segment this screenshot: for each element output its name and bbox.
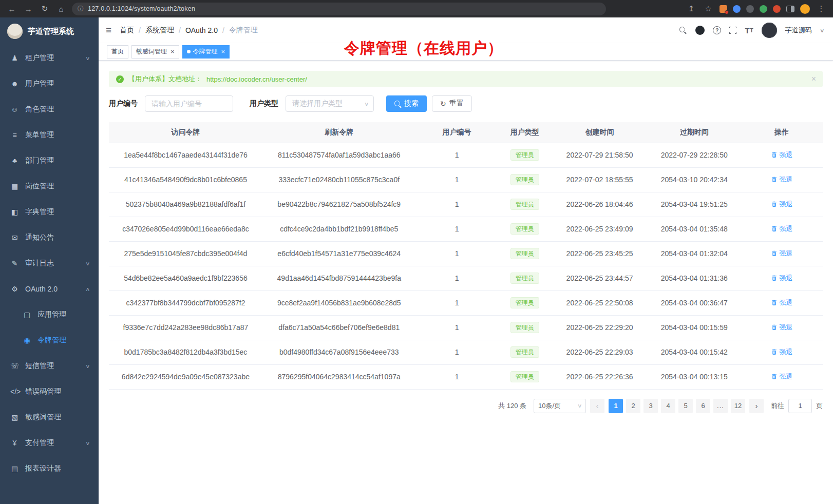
breadcrumb-item[interactable]: 首页 xyxy=(120,26,134,35)
sidebar-item-label: 用户管理 xyxy=(25,79,89,88)
goto-page-input[interactable] xyxy=(788,399,812,413)
app-icon: ▢ xyxy=(23,311,31,319)
page-button-2[interactable]: 2 xyxy=(626,399,640,413)
docs-link[interactable]: https://doc.iocoder.cn/user-center/ xyxy=(206,75,307,83)
user-id-cell: 1 xyxy=(416,290,498,315)
app-logo[interactable]: 芋道管理系统 xyxy=(0,17,99,45)
sidebar-item-pay[interactable]: ¥ 支付管理 ∨ xyxy=(0,430,99,456)
force-logout-button[interactable]: 强退 xyxy=(771,274,793,283)
close-icon[interactable]: × xyxy=(221,48,225,55)
sidebar-item-dict[interactable]: ◧ 字典管理 xyxy=(0,199,99,225)
total-count: 共 120 条 xyxy=(498,401,526,411)
force-logout-button[interactable]: 强退 xyxy=(771,200,793,209)
page-button-6[interactable]: 6 xyxy=(696,399,710,413)
sidebar-item-token[interactable]: ◉ 令牌管理 xyxy=(0,327,99,353)
menu-list-icon: ≡ xyxy=(10,131,19,139)
extension-icon[interactable] xyxy=(746,5,754,13)
page-button-1[interactable]: 1 xyxy=(609,399,623,413)
created-time-cell: 2022-07-02 18:55:55 xyxy=(552,167,648,192)
page-button-5[interactable]: 5 xyxy=(678,399,693,413)
tab-item[interactable]: 令牌管理 × xyxy=(182,45,230,59)
sidebar-item-sensitive[interactable]: ▧ 敏感词管理 xyxy=(0,404,99,430)
url-bar[interactable]: ⓘ 127.0.0.1:1024/system/oauth2/token xyxy=(72,3,606,15)
reload-button[interactable]: ↻ xyxy=(39,4,50,13)
extension-icon[interactable] xyxy=(773,5,781,13)
chevron-down-icon[interactable]: ∨ xyxy=(820,28,825,33)
github-icon[interactable] xyxy=(695,26,705,35)
page-button-3[interactable]: 3 xyxy=(643,399,658,413)
force-logout-button[interactable]: 强退 xyxy=(771,175,793,184)
forward-button[interactable]: → xyxy=(23,5,34,13)
home-button[interactable]: ⌂ xyxy=(55,5,67,13)
sidebar-item-menu[interactable]: ≡ 菜单管理 xyxy=(0,122,99,148)
breadcrumb-item[interactable]: 系统管理 xyxy=(145,26,174,35)
sidebar-item-label: 部门管理 xyxy=(25,156,89,165)
page-button-12[interactable]: 12 xyxy=(731,399,745,413)
browser-menu-icon[interactable]: ⋮ xyxy=(816,4,827,13)
back-button[interactable]: ← xyxy=(6,5,17,13)
breadcrumb-separator: / xyxy=(179,26,181,34)
sidebar-item-oauth-app[interactable]: ▢ 应用管理 xyxy=(0,302,99,327)
user-id-cell: 1 xyxy=(416,143,498,167)
force-logout-button[interactable]: 强退 xyxy=(771,224,793,234)
force-logout-label: 强退 xyxy=(780,175,793,184)
sidebar-item-tenant[interactable]: ♟ 租户管理 ∨ xyxy=(0,45,99,71)
search-icon[interactable] xyxy=(679,27,687,34)
expire-time-cell: 2054-03-04 00:13:15 xyxy=(648,364,741,389)
user-type-cell: 管理员 xyxy=(498,217,552,241)
sidebar-item-user[interactable]: ☻ 用户管理 xyxy=(0,71,99,96)
extension-icon[interactable] xyxy=(760,5,767,13)
prev-page-button[interactable]: ‹ xyxy=(590,399,604,413)
sidebar-item-sms[interactable]: ☏ 短信管理 ∨ xyxy=(0,353,99,379)
force-logout-button[interactable]: 强退 xyxy=(771,323,793,332)
success-check-icon: ✓ xyxy=(116,75,124,83)
sidebar-item-notice[interactable]: ✉ 通知公告 xyxy=(0,225,99,250)
force-logout-button[interactable]: 强退 xyxy=(771,249,793,258)
access-token-cell: f9336e7c7dd242a283ee98dc86b17a87 xyxy=(109,315,262,340)
page-button-4[interactable]: 4 xyxy=(661,399,675,413)
breadcrumb-item[interactable]: OAuth 2.0 xyxy=(185,26,218,34)
close-icon[interactable]: × xyxy=(171,48,175,55)
sidebar-item-report[interactable]: ▤ 报表设计器 xyxy=(0,456,99,481)
page-buttons: 123456...12 xyxy=(609,399,745,413)
force-logout-button[interactable]: 强退 xyxy=(771,347,793,357)
force-logout-label: 强退 xyxy=(780,150,793,160)
force-logout-label: 强退 xyxy=(780,298,793,307)
force-logout-button[interactable]: 强退 xyxy=(771,372,793,381)
logo-avatar xyxy=(7,24,23,39)
force-logout-button[interactable]: 强退 xyxy=(771,298,793,307)
reset-button[interactable]: ↻重置 xyxy=(432,95,472,112)
browser-chrome: ← → ↻ ⌂ ⓘ 127.0.0.1:1024/system/oauth2/t… xyxy=(0,0,833,17)
sidebar-item-role[interactable]: ☺ 角色管理 xyxy=(0,96,99,122)
site-info-icon[interactable]: ⓘ xyxy=(78,5,84,13)
side-panel-icon[interactable] xyxy=(786,6,794,12)
sidebar-collapse-icon[interactable]: ≡ xyxy=(106,25,111,36)
tab-item[interactable]: 敏感词管理 × xyxy=(131,45,179,59)
user-type-select[interactable]: 请选择用户类型 ∨ xyxy=(286,95,374,112)
browser-profile-avatar[interactable] xyxy=(800,4,810,14)
alert-close-icon[interactable]: × xyxy=(811,75,816,83)
sidebar-item-oauth[interactable]: ⚙ OAuth 2.0 ∧ xyxy=(0,276,99,302)
help-icon[interactable]: ? xyxy=(713,26,721,34)
sidebar: 芋道管理系统 ♟ 租户管理 ∨ ☻ 用户管理 ☺ 角色管理 ≡ 菜单管理 ♣ 部… xyxy=(0,17,99,504)
user-id-input[interactable] xyxy=(145,95,233,112)
page-more-button[interactable]: ... xyxy=(713,399,728,413)
sidebar-item-dept[interactable]: ♣ 部门管理 xyxy=(0,148,99,173)
sidebar-item-audit[interactable]: ✎ 审计日志 ∨ xyxy=(0,250,99,276)
user-name[interactable]: 芋道源码 xyxy=(785,26,812,35)
bookmark-star-icon[interactable]: ☆ xyxy=(703,4,714,13)
access-token-cell: 275e5de9151045fe87cbdc395e004f4d xyxy=(109,241,262,266)
page-size-select[interactable]: 10条/页 ∨ xyxy=(534,399,586,413)
extension-icon[interactable] xyxy=(733,5,741,13)
force-logout-button[interactable]: 强退 xyxy=(771,150,793,160)
font-size-icon[interactable]: TT xyxy=(745,26,753,35)
sidebar-item-errcode[interactable]: </> 错误码管理 xyxy=(0,379,99,404)
tab-item[interactable]: 首页 xyxy=(107,45,128,59)
user-avatar[interactable] xyxy=(762,23,777,38)
extension-icon[interactable] xyxy=(720,5,727,13)
share-icon[interactable]: ↥ xyxy=(686,4,697,13)
search-button[interactable]: 搜索 xyxy=(386,95,427,112)
fullscreen-icon[interactable] xyxy=(729,27,736,34)
next-page-button[interactable]: › xyxy=(749,399,764,413)
sidebar-item-post[interactable]: ▦ 岗位管理 xyxy=(0,173,99,199)
